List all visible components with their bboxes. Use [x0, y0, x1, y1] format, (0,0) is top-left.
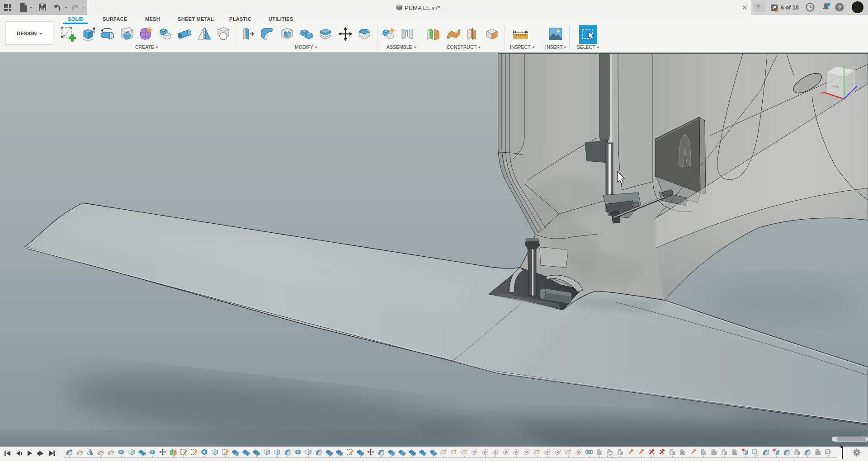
svg-text:?: ? [838, 4, 841, 11]
svg-text:X: X [821, 91, 823, 95]
